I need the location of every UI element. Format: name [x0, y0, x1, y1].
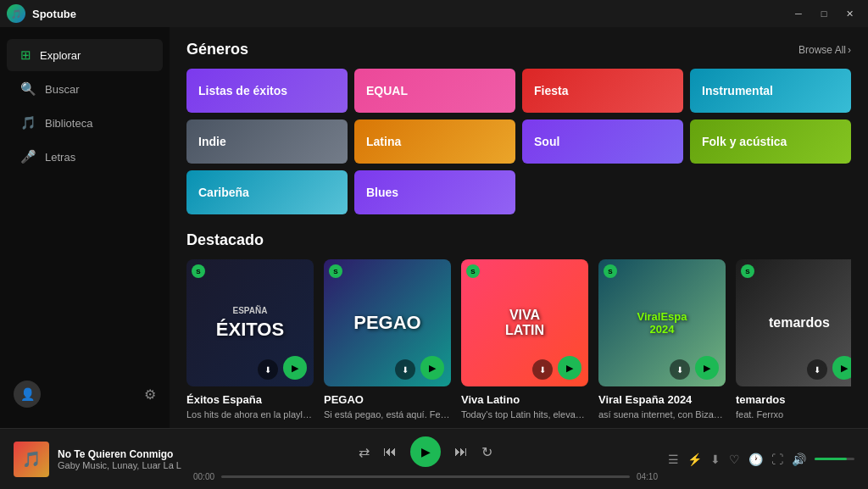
next-button[interactable]: ⏭: [454, 444, 468, 459]
genre-card-fiesta[interactable]: Fiesta: [522, 69, 683, 113]
player: 🎵 No Te Quieren Conmigo Gaby Music, Luna…: [0, 428, 868, 489]
titlebar-controls: ─ □ ✕: [787, 4, 861, 23]
close-button[interactable]: ✕: [837, 4, 861, 23]
genres-header: Géneros Browse All ›: [186, 41, 851, 58]
spotify-badge: S: [741, 264, 754, 278]
search-icon: 🔍: [20, 81, 36, 97]
genre-card-instrumental[interactable]: Instrumental: [690, 69, 851, 113]
featured-card-subtitle: Los hits de ahora en la playlist más gra…: [186, 408, 314, 420]
genre-grid: Listas de éxitosEQUALFiestaInstrumentalI…: [186, 69, 851, 214]
genre-card-equal[interactable]: EQUAL: [354, 69, 515, 113]
app-icon: 🎵: [7, 4, 25, 23]
featured-title: Destacado: [186, 231, 264, 249]
featured-card-play-btn[interactable]: ▶: [832, 356, 851, 380]
featured-card-play-btn[interactable]: ▶: [283, 356, 307, 380]
lyrics-icon: 🎤: [20, 149, 36, 164]
genre-card-blues[interactable]: Blues: [354, 170, 515, 214]
maximize-button[interactable]: □: [812, 4, 836, 23]
featured-card-subtitle: Today's top Latin hits, elevando nuestra…: [461, 408, 588, 420]
featured-card-subtitle: así suena internet, con Bizarrap y Young…: [598, 408, 726, 420]
featured-card-play-btn[interactable]: ▶: [695, 356, 719, 380]
player-track-info: No Te Quieren Conmigo Gaby Music, Lunay,…: [58, 448, 181, 470]
main-layout: ⊞ Explorar 🔍 Buscar 🎵 Biblioteca 🎤 Letra…: [0, 27, 868, 428]
sidebar-item-biblioteca[interactable]: 🎵 Biblioteca: [7, 107, 163, 139]
featured-card-play-btn[interactable]: ▶: [558, 356, 581, 380]
player-center: ⇄ ⏮ ▶ ⏭ ↻ 00:00 04:10: [193, 436, 658, 481]
sidebar-item-biblioteca-label: Biblioteca: [45, 117, 92, 130]
featured-card-subtitle: feat. Ferrxo: [736, 408, 851, 420]
featured-card-download-btn[interactable]: ⬇: [395, 359, 415, 380]
user-avatar[interactable]: 👤: [14, 381, 41, 408]
settings-icon[interactable]: ⚙: [144, 386, 156, 403]
featured-card-viva-latino[interactable]: VIVALATINS⬇▶Viva LatinoToday's top Latin…: [461, 259, 588, 420]
download-button[interactable]: ⬇: [710, 453, 721, 466]
featured-card-download-btn[interactable]: ⬇: [670, 359, 690, 380]
genre-card-indie[interactable]: Indie: [186, 119, 348, 164]
spotify-badge: S: [604, 264, 617, 278]
home-icon: ⊞: [20, 47, 31, 63]
player-track-artist: Gaby Music, Lunay, Luar La L: [58, 460, 181, 470]
featured-card-title: PEGAO: [324, 393, 451, 406]
featured-card-title: Viva Latino: [461, 393, 588, 406]
sidebar-item-buscar[interactable]: 🔍 Buscar: [7, 73, 163, 105]
history-button[interactable]: 🕐: [748, 453, 763, 466]
fullscreen-button[interactable]: ⛶: [771, 453, 783, 466]
featured-card-temardos[interactable]: temardosS⬇▶temardosfeat. Ferrxo: [736, 259, 851, 420]
featured-card-title: Viral España 2024: [598, 393, 726, 406]
genre-card-listas[interactable]: Listas de éxitos: [186, 69, 348, 113]
sidebar-item-letras[interactable]: 🎤 Letras: [7, 141, 163, 173]
library-icon: 🎵: [20, 115, 36, 131]
featured-card-download-btn[interactable]: ⬇: [532, 359, 553, 380]
minimize-button[interactable]: ─: [787, 4, 810, 23]
genres-title: Géneros: [186, 41, 248, 58]
featured-card-play-btn[interactable]: ▶: [420, 356, 444, 380]
sidebar-item-buscar-label: Buscar: [45, 83, 79, 96]
filter-button[interactable]: ⚡: [687, 453, 702, 466]
player-right: ☰ ⚡ ⬇ ♡ 🕐 ⛶ 🔊: [668, 453, 854, 466]
featured-section: Destacado ESPAÑAÉXITOSS⬇▶Éxitos EspañaLo…: [186, 231, 851, 420]
featured-card-download-btn[interactable]: ⬇: [258, 359, 278, 380]
spotify-badge: S: [329, 264, 342, 278]
featured-card-viral-espana[interactable]: ViralEspa2024S⬇▶Viral España 2024así sue…: [598, 259, 726, 420]
featured-card-pegao[interactable]: PEGAOS⬇▶PEGAOSi está pegao, está aquí. F…: [324, 259, 451, 420]
genre-card-caribena[interactable]: Caribeña: [186, 170, 348, 214]
total-time: 04:10: [637, 472, 658, 481]
genre-card-soul[interactable]: Soul: [522, 119, 683, 164]
titlebar: 🎵 Spotube ─ □ ✕: [0, 0, 868, 27]
player-track: 🎵 No Te Quieren Conmigo Gaby Music, Luna…: [14, 442, 183, 477]
sidebar-bottom: 👤 ⚙: [0, 370, 170, 418]
volume-button[interactable]: 🔊: [792, 453, 806, 466]
player-controls: ⇄ ⏮ ▶ ⏭ ↻: [359, 436, 492, 467]
content-area: Géneros Browse All › Listas de éxitosEQU…: [170, 27, 868, 428]
prev-button[interactable]: ⏮: [383, 444, 397, 459]
featured-header: Destacado: [186, 231, 851, 249]
spotify-badge: S: [466, 264, 480, 278]
genre-card-latina[interactable]: Latina: [354, 119, 515, 164]
sidebar-item-letras-label: Letras: [45, 151, 75, 164]
browse-all-link[interactable]: Browse All ›: [798, 44, 851, 56]
app-title: Spotube: [32, 8, 76, 20]
player-track-name: No Te Quieren Conmigo: [58, 448, 181, 460]
player-thumbnail: 🎵: [14, 442, 49, 477]
spotify-badge: S: [192, 264, 205, 278]
featured-scroll: ESPAÑAÉXITOSS⬇▶Éxitos EspañaLos hits de …: [186, 259, 851, 420]
heart-button[interactable]: ♡: [729, 453, 740, 466]
volume-fill: [815, 458, 847, 460]
repeat-button[interactable]: ↻: [481, 444, 492, 460]
queue-button[interactable]: ☰: [668, 453, 679, 466]
sidebar-nav: ⊞ Explorar 🔍 Buscar 🎵 Biblioteca 🎤 Letra…: [0, 37, 170, 370]
play-button[interactable]: ▶: [410, 436, 441, 467]
sidebar-item-explorar[interactable]: ⊞ Explorar: [7, 39, 163, 71]
featured-card-exitos-espana[interactable]: ESPAÑAÉXITOSS⬇▶Éxitos EspañaLos hits de …: [186, 259, 314, 420]
sidebar-item-explorar-label: Explorar: [40, 49, 81, 62]
shuffle-button[interactable]: ⇄: [359, 444, 370, 460]
titlebar-left: 🎵 Spotube: [7, 4, 76, 23]
sidebar: ⊞ Explorar 🔍 Buscar 🎵 Biblioteca 🎤 Letra…: [0, 27, 170, 428]
progress-bar[interactable]: [221, 475, 630, 478]
featured-card-download-btn[interactable]: ⬇: [807, 359, 827, 380]
volume-bar[interactable]: [815, 458, 854, 460]
featured-card-title: Éxitos España: [186, 393, 314, 406]
featured-card-subtitle: Si está pegao, está aquí. Feat. Saiko: [324, 408, 451, 420]
genre-card-folk[interactable]: Folk y acústica: [690, 119, 851, 164]
player-progress: 00:00 04:10: [193, 472, 658, 481]
